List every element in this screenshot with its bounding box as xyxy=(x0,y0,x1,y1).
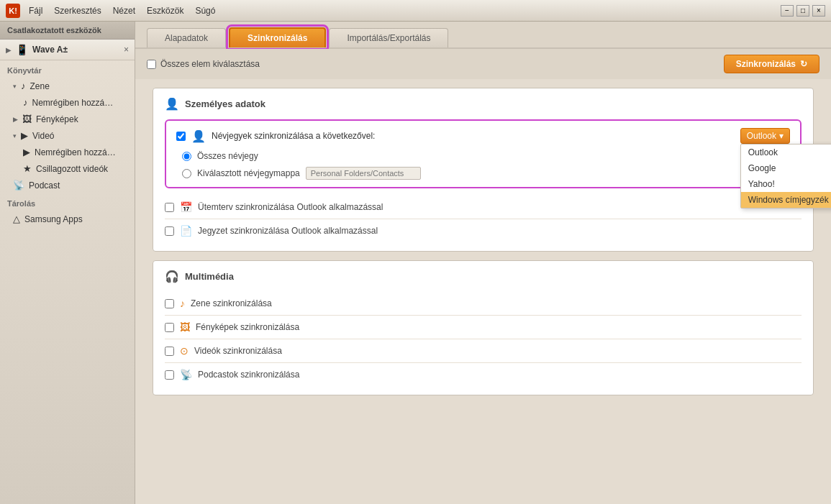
menu-tools[interactable]: Eszközök xyxy=(147,6,183,16)
window-controls: − □ × xyxy=(781,5,825,17)
menu-view[interactable]: Nézet xyxy=(113,6,135,16)
calendar-sync-item: 📅 Ütemterv szinkronizálása Outlook alkal… xyxy=(165,196,802,219)
notes-icon: 📄 xyxy=(180,225,192,237)
device-icon: 📱 xyxy=(16,44,28,55)
menu-file[interactable]: Fájl xyxy=(29,6,42,16)
tab-szinkronizalas[interactable]: Szinkronizálás xyxy=(229,27,326,47)
menu-bar: Fájl Szerkesztés Nézet Eszközök Súgó xyxy=(29,6,215,16)
notes-sync-item: 📄 Jegyzet szinkronizálása Outlook alkalm… xyxy=(165,219,802,242)
menu-help[interactable]: Súgó xyxy=(195,6,215,16)
maximize-button[interactable]: □ xyxy=(796,5,809,17)
calendar-checkbox[interactable] xyxy=(165,203,174,212)
folder-path-input[interactable] xyxy=(306,167,421,180)
dropdown-option-outlook[interactable]: Outlook xyxy=(741,145,831,160)
videos-sync-icon: ⊙ xyxy=(180,345,189,357)
minimize-button[interactable]: − xyxy=(781,5,794,17)
contacts-dropdown-wrapper: Outlook ▾ Outlook Google Yahoo! Windows … xyxy=(740,128,790,144)
podcast-label: Podcast xyxy=(29,180,60,191)
multimedia-section: 🎧 Multimédia ♪ Zene szinkronizálása 🖼 Fé… xyxy=(153,260,814,395)
sidebar-item-recently-music[interactable]: ♪ Nemrégiben hozzá… xyxy=(0,94,135,111)
dropdown-option-google[interactable]: Google xyxy=(741,160,831,176)
music-expand-arrow: ▾ xyxy=(13,83,17,90)
music-sync-checkbox[interactable] xyxy=(165,299,174,308)
podcasts-sync-label: Podcastok szinkronizálása xyxy=(198,370,299,380)
contacts-dropdown-button[interactable]: Outlook ▾ xyxy=(740,128,790,144)
music-sync-label: Zene szinkronizálása xyxy=(191,298,272,308)
radio-all-label: Összes névjegy xyxy=(197,151,258,161)
sidebar: Csatlakoztatott eszközök ▶ 📱 Wave A± × K… xyxy=(0,22,135,504)
radio-all-contacts[interactable]: Összes névjegy xyxy=(182,151,790,161)
podcasts-sync-item: 📡 Podcastok szinkronizálása xyxy=(165,363,802,386)
tab-alapadatok[interactable]: Alapadatok xyxy=(147,28,226,47)
photos-icon: 🖼 xyxy=(22,114,32,124)
chevron-down-icon: ▾ xyxy=(779,131,784,141)
photos-expand-arrow: ▶ xyxy=(13,116,18,123)
sidebar-item-starred-videos[interactable]: ★ Csillagozott videók xyxy=(0,160,135,177)
music-icon: ♪ xyxy=(21,81,26,91)
dropdown-option-windows[interactable]: Windows címjegyzék xyxy=(741,192,831,208)
contacts-header: 👤 Névjegyek szinkronizálása a következőv… xyxy=(176,128,790,144)
video-expand-arrow: ▾ xyxy=(13,132,17,139)
photos-sync-checkbox[interactable] xyxy=(165,323,174,332)
podcast-icon: 📡 xyxy=(13,180,24,191)
radio-folder-label: Kiválasztott névjegymappa xyxy=(197,168,300,178)
app-logo: K! xyxy=(6,4,20,18)
library-section-label: Könyvtár xyxy=(0,60,135,78)
samsung-apps-label: Samsung Apps xyxy=(24,214,83,224)
radio-all-input[interactable] xyxy=(182,152,191,161)
music-sync-item: ♪ Zene szinkronizálása xyxy=(165,292,802,316)
radio-folder-input[interactable] xyxy=(182,169,191,178)
samsung-apps-icon: △ xyxy=(13,214,20,224)
personal-title-text: Személyes adatok xyxy=(185,98,265,109)
dropdown-option-yahoo[interactable]: Yahoo! xyxy=(741,176,831,192)
multimedia-section-title: 🎧 Multimédia xyxy=(165,270,802,283)
sidebar-item-photos[interactable]: ▶ 🖼 Fényképek xyxy=(0,111,135,127)
content-area: Alapadatok Szinkronizálás Importálás/Exp… xyxy=(135,22,831,504)
contacts-dropdown-menu: Outlook Google Yahoo! Windows címjegyzék xyxy=(740,144,831,209)
device-expand-arrow: ▶ xyxy=(6,46,12,54)
close-button[interactable]: × xyxy=(812,5,825,17)
tab-import-export[interactable]: Importálás/Exportálás xyxy=(329,28,448,47)
contacts-icon: 👤 xyxy=(191,129,206,143)
video-recent-icon: ▶ xyxy=(23,147,30,157)
photos-label: Fényképek xyxy=(36,114,78,124)
videos-sync-item: ⊙ Videók szinkronizálása xyxy=(165,339,802,363)
podcasts-sync-checkbox[interactable] xyxy=(165,370,174,380)
select-all-label[interactable]: Összes elem kiválasztása xyxy=(147,59,260,69)
multimedia-title-text: Multimédia xyxy=(185,271,234,282)
notes-label: Jegyzet szinkronizálása Outlook alkalmaz… xyxy=(198,226,378,236)
contacts-radio-group: Összes névjegy Kiválasztott névjegymappa xyxy=(176,151,790,180)
notes-checkbox[interactable] xyxy=(165,226,174,236)
titlebar-left: K! Fájl Szerkesztés Nézet Eszközök Súgó xyxy=(6,4,215,18)
device-item[interactable]: ▶ 📱 Wave A± × xyxy=(0,40,135,60)
contacts-dropdown-value: Outlook xyxy=(747,131,776,141)
photos-sync-icon: 🖼 xyxy=(180,321,190,333)
menu-edit[interactable]: Szerkesztés xyxy=(54,6,101,16)
contacts-label: Névjegyek szinkronizálása a következővel… xyxy=(212,131,735,141)
personal-section: 👤 Személyes adatok 👤 Névjegyek szinkroni… xyxy=(153,88,814,252)
sidebar-item-samsung-apps[interactable]: △ Samsung Apps xyxy=(0,211,135,227)
contacts-checkbox[interactable] xyxy=(176,132,186,141)
storage-section-label: Tárolás xyxy=(0,193,135,211)
sync-refresh-icon: ↻ xyxy=(800,59,807,69)
device-close-button[interactable]: × xyxy=(124,45,129,55)
select-all-checkbox[interactable] xyxy=(147,60,156,69)
sidebar-item-podcast[interactable]: 📡 Podcast xyxy=(0,177,135,193)
video-icon: ▶ xyxy=(21,130,28,141)
radio-selected-folder[interactable]: Kiválasztott névjegymappa xyxy=(182,167,790,180)
sidebar-item-video[interactable]: ▾ ▶ Videó xyxy=(0,127,135,144)
sidebar-item-music[interactable]: ▾ ♪ Zene xyxy=(0,78,135,94)
sync-button[interactable]: Szinkronizálás ↻ xyxy=(724,55,819,73)
sidebar-header: Csatlakoztatott eszközök xyxy=(0,22,135,40)
recently-music-label: Nemrégiben hozzá… xyxy=(32,98,114,108)
videos-sync-checkbox[interactable] xyxy=(165,347,174,356)
personal-section-title: 👤 Személyes adatok xyxy=(165,97,802,111)
starred-videos-label: Csillagozott videók xyxy=(36,164,108,174)
photos-sync-item: 🖼 Fényképek szinkronizálása xyxy=(165,316,802,339)
sidebar-item-recently-video[interactable]: ▶ Nemrégiben hozzá… xyxy=(0,144,135,160)
multimedia-icon: 🎧 xyxy=(165,270,179,283)
photos-sync-label: Fényképek szinkronizálása xyxy=(196,322,299,332)
music-note-icon: ♪ xyxy=(23,97,28,108)
podcasts-sync-icon: 📡 xyxy=(180,369,192,380)
contacts-box: 👤 Névjegyek szinkronizálása a következőv… xyxy=(165,119,802,188)
